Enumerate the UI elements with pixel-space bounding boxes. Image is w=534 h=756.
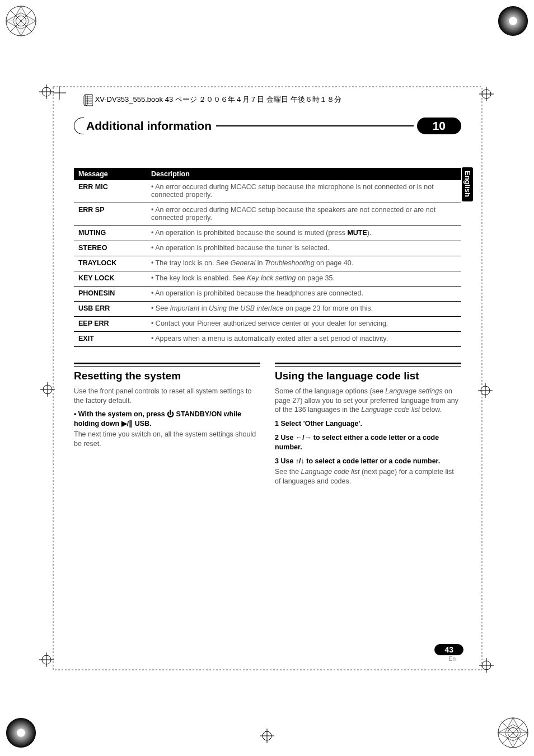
- table-row: PHONESIN• An operation is prohibited bec…: [74, 287, 461, 302]
- right-column: Using the language code list Some of the…: [275, 363, 461, 489]
- title-bar-line: [216, 125, 414, 126]
- table-row: ERR MIC• An error occured during MCACC s…: [74, 180, 461, 203]
- up-down-arrow-icon: ↑/↓: [296, 457, 305, 465]
- section-heading-wrap: Resetting the system: [74, 363, 260, 383]
- desc-cell: • Contact your Pioneer authorized servic…: [147, 317, 461, 332]
- desc-cell: • An error occured during MCACC setup be…: [147, 203, 461, 226]
- left-right-arrow-icon: ←/→: [296, 434, 311, 442]
- left-column: Resetting the system Use the front panel…: [74, 363, 260, 489]
- page-footer: 43 En: [434, 644, 463, 662]
- svg-point-17: [17, 729, 25, 737]
- page-number: 43: [434, 644, 463, 655]
- table-row: EXIT• Appears when a menu is automatical…: [74, 332, 461, 347]
- message-table: Message Description ERR MIC• An error oc…: [74, 168, 461, 347]
- step-3: 3 Use ↑/↓ to select a code letter or a c…: [275, 457, 461, 466]
- desc-cell: • An error occured during MCACC setup be…: [147, 180, 461, 203]
- msg-cell: STEREO: [74, 241, 147, 256]
- desc-cell: • An operation is prohibited because the…: [147, 287, 461, 302]
- step-text: • With the system on, press ⏻ STANDBY/ON…: [74, 410, 260, 429]
- play-pause-icon: ▶/∥: [121, 420, 133, 428]
- section-title: Additional information: [86, 119, 216, 133]
- corner-mark-tr: [498, 6, 528, 39]
- step-2: 2 Use ←/→ to select either a code letter…: [275, 433, 461, 452]
- step-1: 1 Select 'Other Language'.: [275, 419, 461, 429]
- desc-cell: • The key lock is enabled. See Key lock …: [147, 271, 461, 287]
- table-row: USB ERR• See Important in Using the USB …: [74, 302, 461, 317]
- desc-cell: • Appears when a menu is automatically e…: [147, 332, 461, 347]
- corner-mark-tl: [6, 6, 36, 39]
- section-heading: Using the language code list: [275, 366, 461, 383]
- title-bar-cap: [74, 118, 84, 134]
- msg-cell: KEY LOCK: [74, 271, 147, 287]
- title-bar: Additional information 10: [74, 118, 461, 134]
- msg-cell: PHONESIN: [74, 287, 147, 302]
- reg-mark: [39, 652, 54, 669]
- print-header: XV-DV353_555.book 43 ページ ２００６年４月７日 金曜日 午…: [83, 94, 341, 106]
- desc-cell: • An operation is prohibited because the…: [147, 241, 461, 256]
- print-header-text: XV-DV353_555.book 43 ページ ２００６年４月７日 金曜日 午…: [95, 95, 341, 104]
- power-icon: ⏻: [167, 410, 174, 418]
- msg-cell: EXIT: [74, 332, 147, 347]
- table-row: KEY LOCK• The key lock is enabled. See K…: [74, 271, 461, 287]
- table-header-description: Description: [147, 168, 461, 180]
- reg-mark: [260, 729, 274, 745]
- msg-cell: USB ERR: [74, 302, 147, 317]
- msg-cell: ERR SP: [74, 203, 147, 226]
- svg-point-15: [509, 17, 517, 25]
- section-heading-wrap: Using the language code list: [275, 363, 461, 383]
- table-row: EEP ERR• Contact your Pioneer authorized…: [74, 317, 461, 332]
- table-row: ERR SP• An error occured during MCACC se…: [74, 203, 461, 226]
- body-text: See the Language code list (next page) f…: [275, 467, 461, 486]
- table-row: STEREO• An operation is prohibited becau…: [74, 241, 461, 256]
- body-text: Use the front panel controls to reset al…: [74, 387, 260, 406]
- corner-mark-br: [498, 717, 528, 750]
- reg-mark: [39, 84, 54, 101]
- body-text: Some of the language options (see Langua…: [275, 387, 461, 415]
- corner-mark-bl: [6, 717, 36, 750]
- table-row: TRAYLOCK• The tray lock is on. See Gener…: [74, 256, 461, 271]
- desc-cell: • An operation is prohibited because the…: [147, 226, 461, 241]
- msg-cell: TRAYLOCK: [74, 256, 147, 271]
- desc-cell: • The tray lock is on. See General in Tr…: [147, 256, 461, 271]
- page-lang: En: [434, 656, 463, 662]
- msg-cell: EEP ERR: [74, 317, 147, 332]
- chapter-number: 10: [417, 118, 461, 134]
- desc-cell: • See Important in Using the USB interfa…: [147, 302, 461, 317]
- table-row: MUTING• An operation is prohibited becau…: [74, 226, 461, 241]
- msg-cell: MUTING: [74, 226, 147, 241]
- body-text: The next time you switch on, all the sys…: [74, 430, 260, 449]
- language-tab: English: [462, 167, 473, 201]
- msg-cell: ERR MIC: [74, 180, 147, 203]
- table-header-message: Message: [74, 168, 147, 180]
- section-heading: Resetting the system: [74, 366, 260, 383]
